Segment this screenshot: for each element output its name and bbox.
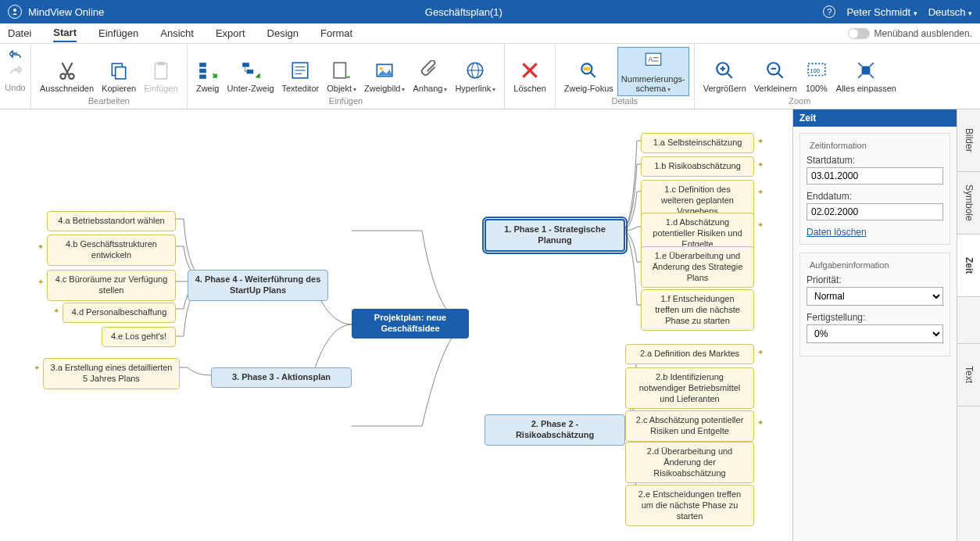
svg-point-2 (69, 74, 74, 80)
svg-rect-16 (334, 63, 345, 79)
branchimage-button[interactable]: Zweigbild (360, 56, 409, 96)
svg-rect-9 (199, 75, 206, 79)
leaf-2e[interactable]: 2.e Entscheidungen treffen um die nächst… (625, 485, 754, 526)
svg-rect-24 (584, 67, 591, 70)
svg-line-30 (728, 73, 733, 79)
leaf-2c[interactable]: 2.c Abschätzung potentieller Risiken und… (625, 410, 754, 442)
start-date-input[interactable] (807, 167, 943, 185)
numbering-scheme-button[interactable]: ANummerierungs- schema (617, 47, 689, 96)
paste-button[interactable]: Einfügen (140, 56, 181, 96)
object-button[interactable]: Objekt (323, 56, 360, 96)
phase1-node[interactable]: 1. Phase 1 - Strategische Planung (485, 219, 625, 252)
leaf-1e[interactable]: 1.e Überarbeitung und Änderung des Strat… (641, 246, 754, 288)
phase2-node[interactable]: 2. Phase 2 - Risikoabschätzung (485, 414, 625, 446)
zoom-100-button[interactable]: 100100% (801, 56, 832, 96)
leaf-4c[interactable]: 4.c Büroräume zur Verfügung stellen (47, 270, 176, 301)
svg-text:100: 100 (810, 68, 820, 75)
leaf-2a[interactable]: 2.a Definition des Marktes (625, 344, 754, 364)
delete-button[interactable]: Löschen (510, 56, 550, 96)
tab-bilder[interactable]: Bilder (957, 109, 980, 172)
svg-rect-11 (246, 70, 253, 73)
svg-line-34 (778, 73, 784, 79)
menu-einfuegen[interactable]: Einfügen (98, 25, 138, 41)
menu-start[interactable]: Start (53, 24, 77, 42)
titlebar: MindView Online Geschäftsplan(1) ? Peter… (0, 0, 980, 23)
leaf-4b[interactable]: 4.b Geschäftsstrukturen entwickeln (47, 235, 176, 266)
root-node[interactable]: Projektplan: neue Geschäftsidee (352, 309, 469, 339)
leaf-2d[interactable]: 2.d Überarbeitung und Änderung der Risik… (625, 442, 754, 483)
document-title: Geschäftsplan(1) (104, 6, 823, 18)
priority-select[interactable]: Normal (807, 287, 943, 306)
hyperlink-button[interactable]: Hyperlink (451, 56, 499, 96)
hide-ribbon[interactable]: Menüband ausblenden. (848, 28, 972, 39)
completion-select[interactable]: 0% (807, 324, 943, 343)
cut-button[interactable]: Ausschneiden (36, 56, 98, 96)
leaf-4e[interactable]: 4.e Los geht's! (102, 327, 176, 347)
tab-zeit[interactable]: Zeit (957, 235, 980, 297)
redo-icon[interactable] (9, 66, 22, 78)
attachment-button[interactable]: Anhang (409, 56, 451, 96)
app-logo-icon (8, 5, 22, 19)
user-menu[interactable]: Peter Schmidt ▾ (846, 6, 917, 18)
leaf-2b[interactable]: 2.b Identifizierung notwendiger Betriebs… (625, 367, 754, 409)
phase4-node[interactable]: 4. Phase 4 - Weiterführung des StartUp P… (188, 270, 328, 301)
zoom-in-button[interactable]: Vergrößern (699, 56, 750, 96)
side-tabs: Bilder Symbole Zeit Text (957, 109, 980, 541)
leaf-4a[interactable]: 4.a Betriebsstandort wählen (47, 211, 176, 231)
svg-rect-38 (862, 66, 871, 75)
ribbon: Undo Ausschneiden Kopieren Einfügen Bear… (0, 44, 980, 109)
leaf-1b[interactable]: 1.b Risikoabschätzung (641, 156, 754, 177)
fit-all-button[interactable]: Alles einpassen (832, 56, 900, 96)
leaf-1f[interactable]: 1.f Entscheidungen treffen um die nächst… (641, 289, 754, 331)
undo-icon[interactable] (9, 50, 22, 63)
leaf-4d[interactable]: 4.d Personalbeschaffung (63, 303, 176, 323)
svg-point-0 (13, 9, 16, 12)
panel-title: Zeit (793, 109, 957, 127)
svg-rect-6 (158, 63, 165, 66)
svg-line-23 (591, 73, 596, 78)
svg-point-1 (60, 74, 66, 80)
svg-rect-5 (155, 64, 166, 80)
language-menu[interactable]: Deutsch ▾ (928, 6, 972, 18)
subbranch-button[interactable]: Unter-Zweig (224, 56, 278, 96)
tab-text[interactable]: Text (957, 344, 980, 407)
menu-datei[interactable]: Datei (8, 25, 31, 41)
branch-button[interactable]: Zweig (192, 56, 224, 96)
clear-data-link[interactable]: Daten löschen (807, 227, 867, 238)
menu-export[interactable]: Export (216, 25, 245, 41)
svg-rect-10 (242, 63, 249, 67)
leaf-3a[interactable]: 3.a Erstellung eines detaillierten 5 Jah… (43, 358, 180, 389)
svg-text:A: A (648, 56, 653, 63)
texteditor-button[interactable]: Texteditor (278, 56, 324, 96)
tab-blank[interactable] (957, 297, 980, 344)
tab-symbole[interactable]: Symbole (957, 172, 980, 235)
svg-rect-4 (116, 67, 126, 79)
leaf-1a[interactable]: 1.a Selbsteinschätzung (641, 133, 754, 153)
menu-format[interactable]: Format (320, 25, 352, 41)
branch-focus-button[interactable]: Zweig-Fokus (560, 56, 617, 96)
time-panel: Zeit Zeitinformation Startdatum: Enddatu… (792, 109, 957, 541)
end-date-input[interactable] (807, 203, 943, 220)
svg-rect-8 (199, 69, 206, 73)
help-icon[interactable]: ? (823, 5, 835, 18)
svg-point-18 (380, 67, 383, 70)
app-name: MindView Online (28, 6, 104, 18)
copy-button[interactable]: Kopieren (98, 56, 140, 96)
menubar: Datei Start Einfügen Ansicht Export Desi… (0, 23, 980, 44)
toggle-icon[interactable] (848, 28, 870, 39)
zoom-out-button[interactable]: Verkleinern (750, 56, 801, 96)
menu-ansicht[interactable]: Ansicht (160, 25, 194, 41)
phase3-node[interactable]: 3. Phase 3 - Aktionsplan (211, 367, 352, 388)
menu-design[interactable]: Design (267, 25, 299, 41)
mindmap-canvas[interactable]: Projektplan: neue Geschäftsidee 1. Phase… (0, 109, 792, 541)
svg-rect-7 (199, 63, 206, 67)
